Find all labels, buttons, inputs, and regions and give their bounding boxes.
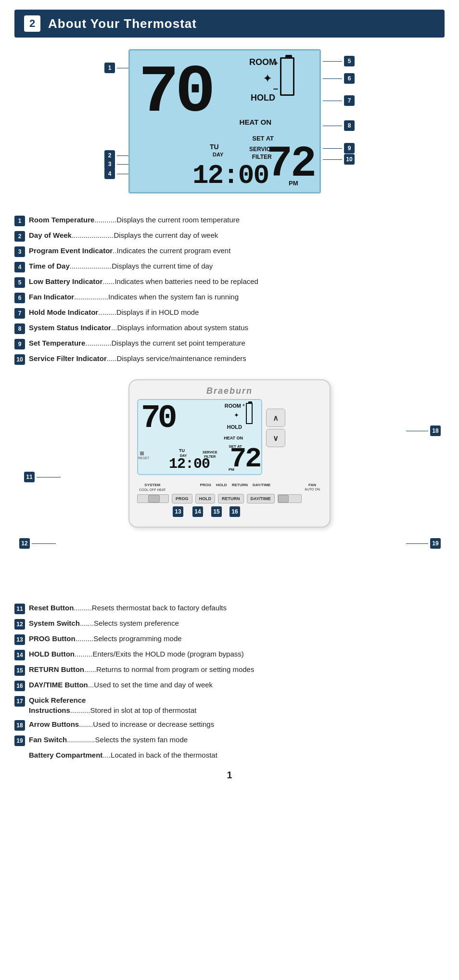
- desc-badge-3: 3: [14, 246, 25, 257]
- bottom-controls: SYSTEMCOOL OFF HEAT PROG HOLD RETURN DAY…: [137, 483, 322, 517]
- thermostat-diagram: INSTRUCTIONS 17 Braeburn 70 ROOM ✦ +: [14, 379, 445, 591]
- desc-item-1: 1 Room Temperature...........Displays th…: [14, 215, 445, 226]
- reset-label: RESET: [138, 456, 149, 460]
- desc-label-10: Service Filter Indicator: [29, 354, 107, 362]
- desc-label-12: System Switch: [29, 619, 80, 627]
- desc-label-3: Program Event Indicator: [29, 246, 113, 255]
- desc-label-14: HOLD Button: [29, 650, 75, 658]
- desc-item-6: 6 Fan Indicator.................Indicate…: [14, 292, 445, 303]
- badge-14: 14: [192, 506, 203, 517]
- desc-text-battery: Located in back of the thermostat: [111, 751, 217, 759]
- arrow-up-button[interactable]: ∧: [266, 409, 285, 427]
- desc-text-4: Displays the current time of day: [112, 262, 213, 270]
- description-list-2: 11 Reset Button.........Resets thermosta…: [14, 603, 445, 760]
- ts-main-temp: 70: [141, 402, 175, 435]
- return-button[interactable]: RETURN: [218, 494, 244, 503]
- lcd-display: 70 ROOM ✦ + − HOLD HEAT ON SET AT TU DAY…: [128, 49, 321, 193]
- badge-8: 8: [344, 120, 355, 131]
- desc-item-18: 18 Arrow Buttons.......Used to increase …: [14, 719, 445, 731]
- lcd-fan-icon: ✦: [263, 72, 272, 85]
- desc-item-7: 7 Hold Mode Indicator.........Displays i…: [14, 307, 445, 319]
- desc-item-2: 2 Day of Week.....................Displa…: [14, 230, 445, 242]
- desc-badge-12: 12: [14, 619, 25, 630]
- badge-1: 1: [104, 63, 115, 73]
- desc-item-3: 3 Program Event Indicator..Indicates the…: [14, 245, 445, 257]
- prog-button[interactable]: PROG: [172, 494, 192, 503]
- desc-text-8: Displays information about system status: [117, 323, 248, 332]
- desc-badge-16: 16: [14, 681, 25, 691]
- desc-text-12: Selects system preference: [94, 619, 179, 627]
- desc-text-19: Selects the system fan mode: [95, 735, 188, 744]
- section-number: 2: [24, 15, 40, 32]
- desc-text-5: Indicates when batteries need to be repl…: [115, 277, 258, 285]
- desc-badge-11: 11: [14, 604, 25, 614]
- badge-4: 4: [104, 168, 115, 179]
- system-switch[interactable]: [137, 494, 169, 503]
- desc-label-18: Arrow Buttons: [29, 720, 79, 728]
- ts-hold-label: HOLD: [227, 424, 242, 430]
- desc-label-5: Low Battery Indicator: [29, 277, 102, 285]
- desc-text-17: Stored in slot at top of thermostat: [90, 706, 197, 714]
- badge-19: 19: [430, 538, 441, 549]
- badge-16: 16: [230, 506, 240, 517]
- ts-battery-plus: +: [242, 403, 245, 408]
- lcd-day-short: TU: [210, 143, 219, 151]
- badge-10: 10: [344, 154, 355, 165]
- desc-label-16: DAY/TIME Button: [29, 681, 88, 689]
- controls-row[interactable]: PROG HOLD RETURN DAY/TIME: [137, 494, 322, 503]
- desc-badge-9: 9: [14, 339, 25, 349]
- arrow-buttons-group[interactable]: ∧ ∨: [266, 399, 285, 447]
- arrow-down-button[interactable]: ∨: [266, 429, 285, 447]
- desc-badge-17: 17: [14, 696, 25, 707]
- desc-label-battery: Battery Compartment: [29, 751, 102, 759]
- ts-fan-icon: ✦: [234, 412, 239, 419]
- thermostat-screen: 70 ROOM ✦ + HOLD HEAT ON SET AT TU DAY: [137, 399, 262, 475]
- lcd-day-label: DAY: [213, 152, 223, 157]
- fan-switch[interactable]: [278, 494, 302, 503]
- desc-badge-13: 13: [14, 634, 25, 645]
- page-number: 1: [14, 770, 445, 781]
- badge-15: 15: [211, 506, 222, 517]
- switch-labels-row: SYSTEMCOOL OFF HEAT PROG HOLD RETURN DAY…: [137, 483, 322, 493]
- desc-text-10: Displays service/maintenance reminders: [117, 354, 246, 362]
- desc-text-15: Returns to normal from program or settin…: [96, 665, 254, 673]
- desc-item-battery: Battery Compartment....Located in back o…: [14, 750, 445, 760]
- lcd-main-temp: 70: [139, 59, 212, 127]
- badge-3: 3: [104, 159, 115, 169]
- badge-12: 12: [19, 538, 30, 549]
- desc-badge-18: 18: [14, 720, 25, 731]
- badge-6: 6: [344, 73, 355, 84]
- daytime-button[interactable]: DAY/TIME: [247, 494, 275, 503]
- desc-badge-8: 8: [14, 323, 25, 334]
- lcd-hold-label: HOLD: [251, 93, 275, 103]
- desc-label-4: Time of Day: [29, 262, 70, 270]
- desc-label-7: Hold Mode Indicator: [29, 308, 98, 316]
- lcd-battery: [280, 57, 294, 96]
- lcd-heat-on-label: HEAT ON: [240, 118, 271, 126]
- desc-text-16: Used to set the time and day of week: [94, 681, 213, 689]
- desc-item-14: 14 HOLD Button.........Enters/Exits the …: [14, 649, 445, 660]
- fan-label: FANAUTO ON: [305, 483, 320, 493]
- lcd-set-temp: 72: [267, 140, 315, 189]
- desc-badge-2: 2: [14, 231, 25, 242]
- desc-text-3: Indicates the current program event: [117, 246, 231, 255]
- ts-time: 12:00: [169, 456, 210, 472]
- button-badges-row: 13 14 15 16: [137, 506, 322, 517]
- desc-badge-6: 6: [14, 293, 25, 303]
- desc-text-11: Resets thermostat back to factory defaul…: [92, 604, 227, 612]
- badge-18: 18: [430, 426, 441, 436]
- brand-label: Braeburn: [137, 386, 322, 396]
- ts-room-label: ROOM: [225, 403, 241, 409]
- desc-item-19: 19 Fan Switch..............Selects the s…: [14, 735, 445, 746]
- desc-text-6: Indicates when the system fan is running: [108, 293, 239, 301]
- desc-label-15: RETURN Button: [29, 665, 84, 673]
- badge-5: 5: [344, 56, 355, 66]
- desc-label-13: PROG Button: [29, 634, 76, 643]
- desc-badge-19: 19: [14, 735, 25, 746]
- desc-item-11: 11 Reset Button.........Resets thermosta…: [14, 603, 445, 614]
- button-labels: PROG HOLD RETURN DAY/TIME: [200, 483, 270, 493]
- ts-battery: [246, 403, 253, 424]
- desc-badge-4: 4: [14, 262, 25, 272]
- hold-button[interactable]: HOLD: [195, 494, 216, 503]
- desc-item-16: 16 DAY/TIME Button...Used to set the tim…: [14, 680, 445, 691]
